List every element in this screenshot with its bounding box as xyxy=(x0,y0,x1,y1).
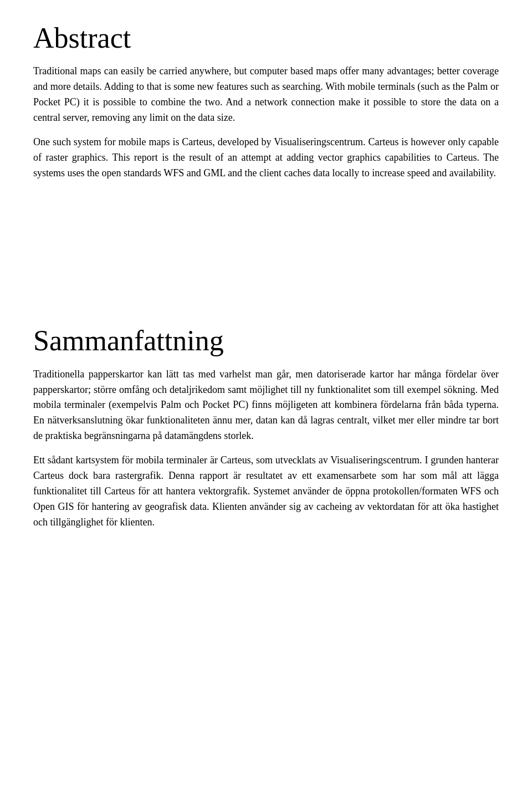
sammanfattning-body: Traditionella papperskartor kan lätt tas… xyxy=(33,367,499,530)
abstract-section: Abstract Traditional maps can easily be … xyxy=(33,22,499,181)
spacer xyxy=(33,214,499,280)
sammanfattning-paragraph-1: Traditionella papperskartor kan lätt tas… xyxy=(33,367,499,444)
sammanfattning-title: Sammanfattning xyxy=(33,325,499,356)
sammanfattning-paragraph-2: Ett sådant kartsystem för mobila termina… xyxy=(33,453,499,530)
abstract-paragraph-2: One such system for mobile maps is Carte… xyxy=(33,135,499,181)
abstract-title: Abstract xyxy=(33,22,499,54)
abstract-body: Traditional maps can easily be carried a… xyxy=(33,64,499,181)
sammanfattning-section: Sammanfattning Traditionella papperskart… xyxy=(33,325,499,530)
abstract-paragraph-1: Traditional maps can easily be carried a… xyxy=(33,64,499,126)
